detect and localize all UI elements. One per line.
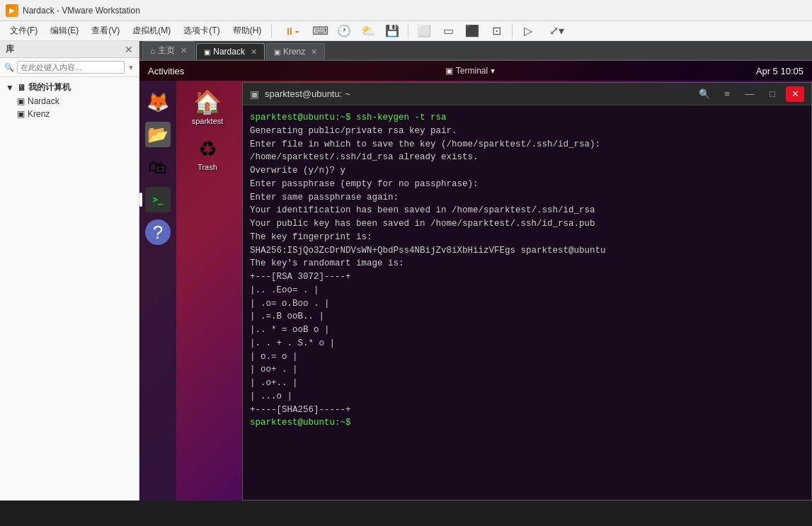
- terminal-window-title: sparktest@ubuntu: ~: [265, 88, 350, 99]
- tab-krenz[interactable]: ▣ Krenz ✕: [266, 43, 325, 59]
- terminal-line: +----[SHA256]-----+: [250, 404, 804, 417]
- console-button[interactable]: ▷: [517, 21, 539, 41]
- tab-nardack-label: Nardack: [213, 47, 245, 57]
- window-title: Nardack - VMware Workstation: [23, 6, 140, 16]
- trash-icon-label: Trash: [198, 163, 217, 171]
- tab-home-close[interactable]: ✕: [181, 46, 187, 55]
- dock-files[interactable]: 📂: [144, 120, 172, 149]
- terminal-line: | ...o |: [250, 390, 804, 404]
- vm-icon-nardack: ▣: [17, 96, 25, 106]
- terminal-line: |.. .Eoo= . |: [250, 284, 804, 297]
- pause-button[interactable]: ⏸▾: [276, 21, 307, 41]
- ubuntu-desktop: Activities ▣ Terminal ▾ Apr 5 10:05 🦊 📂: [139, 61, 812, 501]
- search-dropdown-arrow[interactable]: ▼: [127, 64, 135, 72]
- terminal-menu-arrow: ▾: [491, 66, 495, 76]
- terminal-maximize-button[interactable]: □: [763, 86, 782, 102]
- content-area: ⌂ 主页 ✕ ▣ Nardack ✕ ▣ Krenz ✕ Activities: [139, 41, 812, 501]
- menu-vm[interactable]: 虚拟机(M): [127, 23, 176, 39]
- menu-help[interactable]: 帮助(H): [227, 23, 268, 39]
- firefox-icon: 🦊: [147, 91, 169, 113]
- sidebar-tree: ▼ 🖥 我的计算机 ▣ Nardack ▣ Krenz: [0, 77, 139, 501]
- desktop-icon-trash[interactable]: ♻ Trash: [182, 134, 233, 174]
- fullscreen-button[interactable]: ⤢▾: [541, 21, 572, 41]
- menu-toolbar-sep: [271, 24, 272, 38]
- terminal-line: sparktest@ubuntu:~$: [250, 416, 804, 430]
- tab-home-label: 主页: [158, 45, 175, 57]
- sidebar-search-bar: 🔍 ▼: [0, 58, 139, 77]
- sparktest-folder-icon: 🏠: [193, 88, 222, 115]
- menu-edit[interactable]: 编辑(E): [45, 23, 84, 39]
- terminal-line: SHA256:ISjQo3ZcDrNDVsWN+QbdPss4NBijZv8iX…: [250, 244, 804, 258]
- activities-button[interactable]: Activities: [148, 66, 184, 76]
- tree-my-computer[interactable]: ▼ 🖥 我的计算机: [0, 80, 139, 95]
- terminal-menu-button[interactable]: ≡: [718, 86, 736, 102]
- titlebar: ▶ Nardack - VMware Workstation: [0, 0, 812, 21]
- tab-nardack-icon: ▣: [204, 48, 210, 56]
- terminal-tab-label: Terminal: [456, 66, 488, 76]
- files-icon: 📂: [145, 122, 171, 147]
- terminal-body[interactable]: sparktest@ubuntu:~$ ssh-keygen -t rsaGen…: [243, 105, 811, 500]
- vm-icon-krenz: ▣: [17, 109, 25, 119]
- search-icon: 🔍: [4, 63, 14, 72]
- terminal-window: ▣ sparktest@ubuntu: ~ 🔍 ≡ — □ ✕: [242, 82, 812, 501]
- dock-firefox[interactable]: 🦊: [144, 88, 172, 116]
- tree-krenz[interactable]: ▣ Krenz: [0, 108, 139, 120]
- terminal-line: Enter passphrase (empty for no passphras…: [250, 178, 804, 191]
- menu-tab[interactable]: 选项卡(T): [178, 23, 225, 39]
- sidebar-header: 库 ✕: [0, 41, 139, 58]
- tab-nardack-close[interactable]: ✕: [251, 47, 257, 57]
- unity-button[interactable]: ⊡: [485, 21, 508, 41]
- suspend-button[interactable]: 💾: [381, 21, 404, 41]
- snapshot-button[interactable]: 🕐: [333, 21, 355, 41]
- terminal-search-button[interactable]: 🔍: [695, 86, 714, 102]
- terminal-minimize-button[interactable]: —: [740, 86, 759, 102]
- app-icon: ▶: [6, 4, 18, 17]
- terminal-dock-icon: >_: [145, 187, 171, 212]
- sidebar-close-button[interactable]: ✕: [125, 45, 133, 55]
- desktop-icons: 🏠 sparktest ♻ Trash: [182, 86, 233, 174]
- tab-bar: ⌂ 主页 ✕ ▣ Nardack ✕ ▣ Krenz ✕: [139, 41, 812, 61]
- trash-icon: ♻: [198, 137, 217, 161]
- tree-nardack-label: Nardack: [28, 96, 59, 106]
- sparktest-icon-label: sparktest: [192, 117, 224, 125]
- terminal-tab-icon: ▣: [445, 66, 453, 76]
- snapshot-manager-button[interactable]: ⛅: [357, 21, 379, 41]
- dock-help[interactable]: ?: [144, 218, 172, 246]
- tab-krenz-close[interactable]: ✕: [311, 47, 317, 57]
- fit-screen-button[interactable]: ▭: [437, 21, 459, 41]
- tab-nardack[interactable]: ▣ Nardack ✕: [196, 43, 265, 59]
- terminal-line: |. . + . S.* o |: [250, 337, 804, 350]
- terminal-line: | oo+ . |: [250, 363, 804, 377]
- dock-terminal[interactable]: >_: [144, 185, 172, 214]
- desktop-icon-sparktest[interactable]: 🏠 sparktest: [182, 86, 233, 128]
- software-icon: 🛍: [149, 156, 167, 178]
- terminal-line: | .=.B ooB.. |: [250, 310, 804, 324]
- terminal-line: Your identification has been saved in /h…: [250, 204, 804, 217]
- terminal-line: /home/sparktest/.ssh/id_rsa already exis…: [250, 151, 804, 164]
- send-ctrl-alt-del-button[interactable]: ⌨: [309, 21, 331, 41]
- tree-nardack[interactable]: ▣ Nardack: [0, 95, 139, 108]
- tab-home[interactable]: ⌂ 主页 ✕: [142, 41, 195, 59]
- menu-view[interactable]: 查看(V): [86, 23, 125, 39]
- menu-file[interactable]: 文件(F): [4, 23, 43, 39]
- terminal-line: | .o= o.Boo . |: [250, 297, 804, 311]
- fit-window-button[interactable]: ⬜: [413, 21, 435, 41]
- terminal-line: | .o+.. |: [250, 377, 804, 390]
- tree-krenz-label: Krenz: [28, 109, 50, 119]
- ubuntu-dock: 🦊 📂 🛍 >_ ?: [139, 81, 176, 501]
- terminal-close-button[interactable]: ✕: [786, 86, 804, 102]
- vm-viewport[interactable]: Activities ▣ Terminal ▾ Apr 5 10:05 🦊 📂: [139, 61, 812, 501]
- terminal-line: The key fingerprint is:: [250, 231, 804, 244]
- sidebar-title: 库: [6, 43, 14, 55]
- search-input[interactable]: [17, 61, 125, 74]
- toolbar-sep2: [408, 24, 408, 38]
- terminal-line: Generating public/private rsa key pair.: [250, 125, 804, 138]
- terminal-window-icon: ▣: [250, 88, 259, 100]
- terminal-title-left: ▣ sparktest@ubuntu: ~: [250, 88, 350, 100]
- ubuntu-terminal-tab[interactable]: ▣ Terminal ▾: [445, 66, 495, 76]
- tab-home-icon: ⌂: [150, 46, 155, 56]
- dock-software[interactable]: 🛍: [144, 153, 172, 181]
- terminal-line: | o.= o |: [250, 350, 804, 364]
- help-icon: ?: [145, 219, 171, 245]
- stretch-button[interactable]: ⬛: [461, 21, 484, 41]
